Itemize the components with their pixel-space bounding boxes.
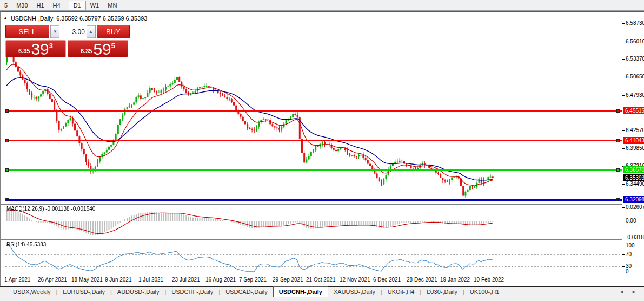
date-tick-label: 26 Apr 2021 [38,277,67,283]
timeframe-button-w1[interactable]: W1 [86,1,104,10]
volume-increase-icon[interactable]: ▲ [87,25,95,38]
price-axis[interactable]: 6.587306.560106.533706.506506.479306.425… [622,12,644,286]
chart-tab-usdx-weekly[interactable]: USDX,Weekly [8,287,56,297]
macd-rsi-separator[interactable] [1,239,644,240]
sell-price-prefix: 6.35 [18,48,30,54]
date-tick-label: 19 Jan 2022 [440,277,470,283]
date-tick-label: 10 Feb 2022 [474,277,504,283]
chart-tab-uk100-h1[interactable]: UK100-,H1 [464,287,504,297]
timeframe-button-d1[interactable]: D1 [69,1,86,10]
chart-tab-ukoil-h4[interactable]: UKOil-,H4 [382,287,420,297]
chart-tab-audusd-daily[interactable]: AUDUSD-,Daily [112,287,165,297]
rsi-indicator-label: RSI(14) 45.5383 [6,241,46,247]
rsi-axis-label: 0 [626,269,629,274]
axis-tick-mark [622,266,625,267]
toolbar-divider [67,2,67,9]
date-tick-label: 7 Sep 2021 [239,277,267,283]
chart-symbol-label: USDCNH-,Daily [11,15,53,22]
date-tick-label: 21 Oct 2021 [306,277,335,283]
macd-axis-label: 0.00 [626,218,636,224]
price-badge: 6.36570 [623,166,644,173]
timeframe-toolbar: 5M30H1H4D1W1MN [0,0,644,11]
price-axis-label: 6.34490 [626,181,644,187]
tab-scroll-left-icon[interactable]: ◄ [619,289,624,295]
axis-tick-mark [622,246,625,246]
buy-button[interactable]: BUY [97,25,130,38]
line-handle-right[interactable] [616,139,620,142]
line-handle-right[interactable] [616,109,620,113]
axis-tick-mark [622,95,625,96]
macd-indicator-label: MACD(12,26,9) -0.001138 -0.001540 [6,206,95,212]
macd-axis-label: 0.02607 [626,204,644,210]
axis-tick-mark [622,184,625,185]
price-axis-label: 6.47930 [626,92,644,98]
axis-tick-mark [622,59,625,60]
line-handle-right[interactable] [616,168,620,172]
line-handle-left[interactable] [5,168,9,172]
price-axis-label: 6.58730 [626,20,644,26]
chart-tab-xauusd-daily[interactable]: XAUUSD-,Daily [328,287,381,297]
horizontal-line-6.45515[interactable] [5,110,622,112]
chart-tab-usdcad-daily[interactable]: USDCAD-,Daily [220,287,273,297]
date-tick-label: 12 Nov 2021 [340,277,370,283]
price-macd-separator[interactable] [1,204,644,205]
sell-price-big: 39 [31,42,49,56]
axis-tick-mark [622,238,625,238]
axis-tick-mark [622,207,625,208]
date-tick-label: 23 Jul 2021 [172,277,200,283]
date-tick-label: 1 Apr 2021 [4,277,30,283]
chart-ohlc-values: 6.35592 6.35797 6.35259 6.35393 [56,15,147,22]
chart-tab-eurusd-daily[interactable]: EURUSD-,Daily [57,287,110,297]
axis-tick-mark [622,272,625,272]
chart-title: ▲ USDCNH-,Daily 6.35592 6.35797 6.35259 … [3,15,147,22]
tab-scroll-right-icon[interactable]: ► [632,289,636,295]
timeframe-button-5[interactable]: 5 [0,1,12,10]
price-badge: 6.45515 [623,107,644,114]
timeframe-button-h1[interactable]: H1 [32,1,49,10]
tab-scroll-arrows: ◄► [619,289,644,297]
axis-tick-mark [622,130,625,131]
line-handle-left[interactable] [5,139,9,142]
line-handle-left[interactable] [5,198,9,201]
sell-price-button[interactable]: 6.35 39 3 [5,40,66,57]
axis-tick-mark [622,77,625,77]
chart-tab-usdcnh-daily[interactable]: USDCNH-,Daily [273,286,328,297]
timeframe-button-m30[interactable]: M30 [12,1,32,10]
price-badge: 6.32098 [623,196,644,203]
horizontal-line-6.41043[interactable] [5,140,622,141]
chart-tab-dj30-daily[interactable]: DJ30-,Daily [421,287,463,297]
volume-decrease-icon[interactable]: ▼ [51,25,59,38]
price-chart-canvas[interactable] [4,22,622,274]
price-badge: 6.35393 [623,174,644,181]
chart-window: ▲ USDCNH-,Daily 6.35592 6.35797 6.35259 … [0,11,644,286]
date-axis[interactable]: 1 Apr 202126 Apr 202118 May 20219 Jun 20… [1,274,622,286]
buy-price-button[interactable]: 6.35 59 5 [68,40,128,57]
status-strip [0,297,644,301]
horizontal-line-6.32098[interactable] [5,199,622,201]
date-tick-label: 28 Dec 2021 [407,277,437,283]
rsi-axis-label: 70 [626,251,632,257]
volume-input[interactable] [59,25,87,38]
timeframe-button-h4[interactable]: H4 [49,1,65,10]
buy-price-prefix: 6.35 [81,48,92,54]
price-axis-label: 6.42570 [626,127,644,133]
timeframe-button-mn[interactable]: MN [103,1,121,10]
axis-tick-mark [622,42,625,42]
horizontal-line-6.36570[interactable] [5,169,622,171]
price-axis-label: 6.53370 [626,56,644,62]
axis-tick-mark [622,254,625,255]
axis-tick-mark [622,23,625,24]
trading-terminal: 5M30H1H4D1W1MN ▲ USDCNH-,Daily 6.35592 6… [0,0,644,301]
line-handle-left[interactable] [5,109,9,113]
sell-price-pip: 3 [49,42,53,50]
date-tick-label: 29 Sep 2021 [273,277,303,283]
axis-tick-mark [622,221,625,221]
date-tick-label: 1 Jul 2021 [138,277,163,283]
chart-collapse-icon[interactable]: ▲ [3,16,8,21]
one-click-trade-panel: SELL ▼ ▲ BUY 6.35 39 3 6.35 59 5 [5,25,130,57]
date-tick-label: 9 Jun 2021 [105,277,132,283]
sell-button[interactable]: SELL [5,25,49,38]
chart-tab-usdchf-daily[interactable]: USDCHF-,Daily [166,287,218,297]
date-tick-label: 18 May 2021 [71,277,103,283]
line-handle-right[interactable] [616,198,620,201]
